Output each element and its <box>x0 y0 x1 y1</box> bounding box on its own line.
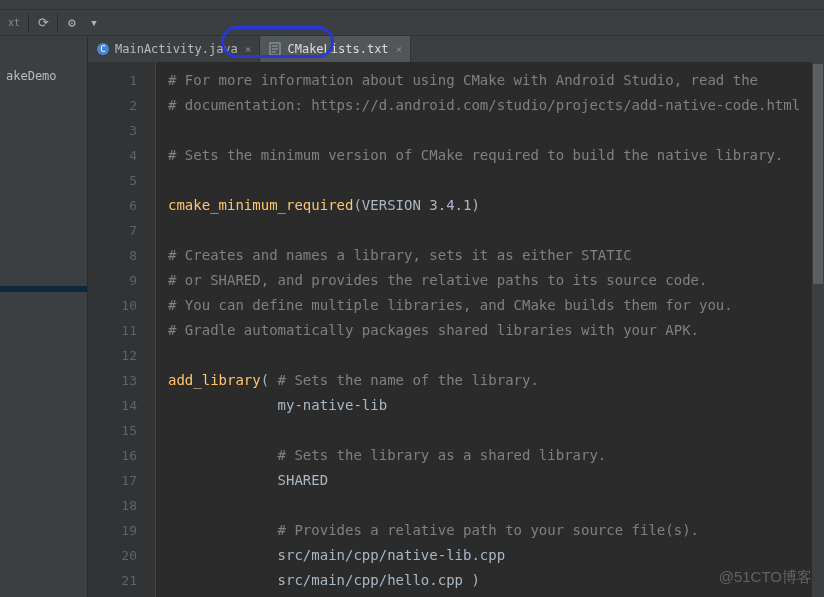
code-line[interactable] <box>168 493 812 518</box>
code-line[interactable]: # or SHARED, and provides the relative p… <box>168 268 812 293</box>
code-line[interactable] <box>168 593 812 597</box>
line-number: 5 <box>88 168 155 193</box>
code-line[interactable] <box>168 218 812 243</box>
code-line[interactable] <box>168 118 812 143</box>
toolbar-separator <box>57 14 58 32</box>
code-line[interactable]: SHARED <box>168 468 812 493</box>
tab-cmakelists[interactable]: CMakeLists.txt × <box>260 36 411 62</box>
line-number: 21 <box>88 568 155 593</box>
code-line[interactable]: src/main/cpp/hello.cpp ) <box>168 568 812 593</box>
line-number: 2 <box>88 93 155 118</box>
line-number: 11 <box>88 318 155 343</box>
line-number: 3 <box>88 118 155 143</box>
line-gutter: 12345678910111213141516171819202122 <box>88 62 156 597</box>
dropdown-arrow-icon[interactable]: ▼ <box>86 15 102 31</box>
line-number: 22 <box>88 593 155 597</box>
code-line[interactable]: # documentation: https://d.android.com/s… <box>168 93 812 118</box>
tab-main-activity[interactable]: C MainActivity.java × <box>88 36 260 62</box>
line-number: 7 <box>88 218 155 243</box>
line-number: 15 <box>88 418 155 443</box>
line-number: 12 <box>88 343 155 368</box>
java-class-icon: C <box>96 42 110 56</box>
code-line[interactable] <box>168 418 812 443</box>
line-number: 4 <box>88 143 155 168</box>
line-number: 20 <box>88 543 155 568</box>
scrollbar-thumb[interactable] <box>813 64 823 284</box>
code-line[interactable]: add_library( # Sets the name of the libr… <box>168 368 812 393</box>
watermark: @51CTO博客 <box>719 568 812 587</box>
code-line[interactable]: my-native-lib <box>168 393 812 418</box>
sync-icon[interactable]: ⟳ <box>35 15 51 31</box>
code-line[interactable]: # Creates and names a library, sets it a… <box>168 243 812 268</box>
line-number: 9 <box>88 268 155 293</box>
title-bar-fragment <box>0 0 824 10</box>
code-editor[interactable]: # For more information about using CMake… <box>156 62 812 597</box>
close-icon[interactable]: × <box>396 43 403 56</box>
code-line[interactable]: # Sets the minimum version of CMake requ… <box>168 143 812 168</box>
line-number: 14 <box>88 393 155 418</box>
project-tree-item-selected[interactable] <box>0 286 87 292</box>
line-number: 16 <box>88 443 155 468</box>
line-number: 1 <box>88 68 155 93</box>
tab-label: CMakeLists.txt <box>287 42 388 56</box>
project-tree-spacer <box>0 86 87 286</box>
code-line[interactable]: # You can define multiple libraries, and… <box>168 293 812 318</box>
line-number: 19 <box>88 518 155 543</box>
line-number: 17 <box>88 468 155 493</box>
code-line[interactable]: src/main/cpp/native-lib.cpp <box>168 543 812 568</box>
vertical-scrollbar[interactable] <box>812 62 824 597</box>
code-line[interactable]: cmake_minimum_required(VERSION 3.4.1) <box>168 193 812 218</box>
line-number: 13 <box>88 368 155 393</box>
svg-text:C: C <box>100 44 105 54</box>
close-icon[interactable]: × <box>245 43 252 56</box>
code-line[interactable] <box>168 168 812 193</box>
main-area: akeDemo 12345678910111213141516171819202… <box>0 62 824 597</box>
code-line[interactable]: # Provides a relative path to your sourc… <box>168 518 812 543</box>
code-line[interactable]: # For more information about using CMake… <box>168 68 812 93</box>
breadcrumb-ext: xt <box>6 15 22 31</box>
line-number: 8 <box>88 243 155 268</box>
project-tool-window[interactable]: akeDemo <box>0 62 88 597</box>
toolbar-separator <box>28 14 29 32</box>
code-line[interactable]: # Gradle automatically packages shared l… <box>168 318 812 343</box>
code-line[interactable]: # Sets the library as a shared library. <box>168 443 812 468</box>
toolbar: xt ⟳ ⚙ ▼ <box>0 10 824 36</box>
line-number: 18 <box>88 493 155 518</box>
editor-tabs: C MainActivity.java × CMakeLists.txt × <box>0 36 824 62</box>
code-line[interactable] <box>168 343 812 368</box>
line-number: 10 <box>88 293 155 318</box>
project-tree-item[interactable]: akeDemo <box>0 66 87 86</box>
line-number: 6 <box>88 193 155 218</box>
tab-label: MainActivity.java <box>115 42 238 56</box>
gear-icon[interactable]: ⚙ <box>64 15 80 31</box>
text-file-icon <box>268 42 282 56</box>
project-panel-header <box>0 36 88 62</box>
